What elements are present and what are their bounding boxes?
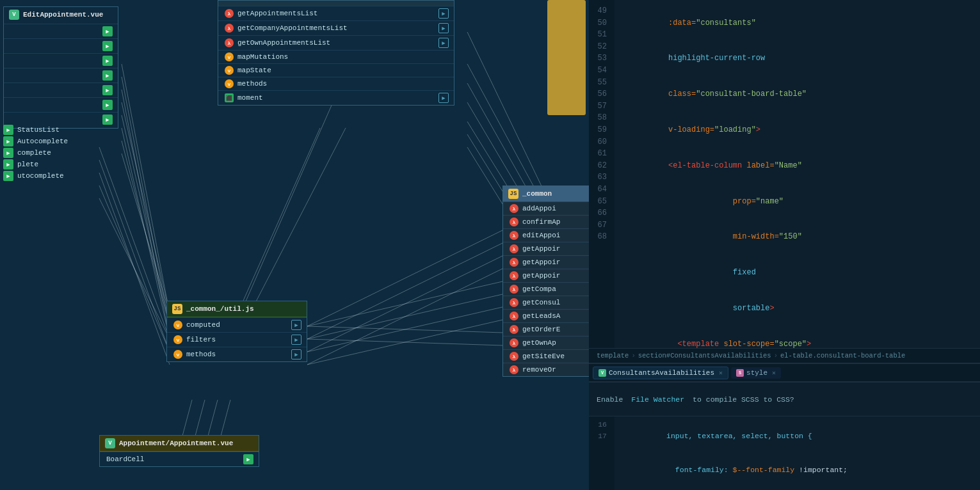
item-label: getAppointmentsList [237, 10, 317, 17]
scss-tab-icon: S [736, 369, 744, 377]
tab-style[interactable]: S style ✕ [731, 367, 781, 379]
item-label: BoardCell [106, 455, 144, 463]
ln-54: 54 [591, 65, 612, 77]
item-label: moment [237, 94, 263, 102]
red-icon: λ [225, 24, 234, 33]
connector-btn[interactable]: ▶ [243, 454, 253, 464]
red-icon: λ [510, 204, 518, 213]
connector-btn[interactable]: ▶ [102, 115, 113, 125]
ln-67: 67 [591, 219, 612, 232]
export-btn[interactable]: ▶ [438, 8, 449, 19]
ln-63: 63 [591, 171, 612, 184]
code-content[interactable]: :data="consultants" highlight-current-ro… [615, 0, 980, 348]
computed-item: v computed ▶ [167, 317, 307, 332]
code-line-58: <template slot-scope="scope"> [622, 326, 972, 348]
vue-tab-icon: V [598, 369, 606, 377]
red-icon: λ [510, 312, 518, 320]
breadcrumb-table: el-table.consultant-board-table [780, 352, 905, 360]
code-editor-main: 49 50 51 52 53 54 55 56 57 58 59 60 61 6… [589, 0, 980, 348]
ln-52: 52 [591, 41, 612, 53]
tab-consultants-availabilities[interactable]: V ConsultantsAvailabilities ✕ [593, 367, 728, 379]
svg-line-8 [99, 147, 170, 339]
node-util-js[interactable]: JS _common_/util.js v computed ▶ v filte… [166, 301, 307, 362]
get-leads: λgetLeadsA [503, 309, 589, 322]
label: getAppoir [522, 258, 560, 266]
item-label: computed [186, 321, 220, 329]
vue-icon: V [105, 438, 115, 448]
ln-57: 57 [591, 100, 612, 113]
label: removeOr [522, 366, 556, 374]
connector-btn[interactable]: ▶ [102, 41, 113, 51]
svg-line-12 [99, 198, 170, 339]
code-line-50: highlight-current-row [622, 41, 972, 77]
bottom-code-16: input, textarea, select, button { [622, 419, 847, 453]
code-line-56: fixed [622, 255, 972, 290]
export-btn[interactable]: ▶ [291, 349, 301, 360]
methods-util-item: v methods ▶ [167, 347, 307, 361]
connector-btn[interactable]: ▶ [3, 159, 13, 170]
svg-line-22 [307, 256, 502, 352]
confirm-ap: λconfirmAp [503, 215, 589, 228]
red-icon: λ [510, 217, 518, 226]
connector-btn[interactable]: ▶ [102, 100, 113, 110]
svg-line-29 [307, 339, 502, 345]
connector-btn[interactable]: ▶ [102, 85, 113, 95]
connector-btn[interactable]: ▶ [3, 136, 13, 146]
get-appoir-3: λgetAppoir [503, 269, 589, 282]
red-icon: λ [510, 325, 518, 334]
svg-line-21 [307, 243, 502, 339]
statuslist-item: ▶StatusList [3, 125, 68, 135]
get-appoir-2: λgetAppoir [503, 255, 589, 269]
svg-line-9 [99, 160, 170, 352]
connector-btn[interactable]: ▶ [102, 56, 113, 66]
node-common-right[interactable]: JS _common λaddAppoi λconfirmAp λeditApp… [502, 186, 589, 377]
get-site: λgetSiteEve [503, 349, 589, 363]
label: addAppoi [522, 205, 556, 212]
label: getAppoir [522, 272, 560, 280]
notification-link[interactable]: File Watcher [631, 395, 684, 404]
ln-65: 65 [591, 196, 612, 208]
ln-68: 68 [591, 231, 612, 243]
node-appointment[interactable]: V Appointment/Appointment.vue BoardCell … [99, 435, 259, 467]
remove-or: λremoveOr [503, 363, 589, 376]
connector-btn[interactable]: ▶ [102, 70, 113, 81]
get-company-appointments: λ getCompanyAppointmentsList ▶ [218, 20, 454, 35]
complete-item: ▶complete [3, 148, 68, 158]
ln-56: 56 [591, 88, 612, 100]
ln-66: 66 [591, 207, 612, 219]
code-line-49: :data="consultants" [622, 5, 972, 41]
filters-item: v filters ▶ [167, 332, 307, 347]
export-btn[interactable]: ▶ [291, 335, 301, 345]
connector-btn[interactable]: ▶ [3, 125, 13, 135]
file-tabs: V ConsultantsAvailabilities ✕ S style ✕ [589, 363, 980, 381]
plete-item: ▶plete [3, 159, 68, 170]
red-icon: λ [225, 9, 234, 18]
export-btn[interactable]: ▶ [291, 320, 301, 330]
svg-line-6 [122, 141, 170, 326]
yellow-icon: v [225, 52, 234, 61]
code-line-54: prop="name" [622, 184, 972, 219]
yellow-icon: v [225, 66, 234, 75]
connector-btn[interactable]: ▶ [3, 171, 13, 181]
label: getOrderE [522, 326, 560, 333]
connector-btn[interactable]: ▶ [3, 148, 13, 158]
connector-btn[interactable]: ▶ [102, 26, 113, 36]
get-compa: λgetCompa [503, 282, 589, 296]
export-btn[interactable]: ▶ [438, 38, 449, 48]
svg-line-25 [307, 294, 502, 339]
tab-close-btn[interactable]: ✕ [719, 369, 723, 377]
red-icon: λ [510, 352, 518, 361]
svg-line-36 [243, 128, 346, 326]
get-appointments-list: λ getAppointmentsList ▶ [218, 6, 454, 20]
export-btn[interactable]: ▶ [438, 23, 449, 33]
node-connector: ▶ [4, 24, 118, 38]
ln-55: 55 [591, 77, 612, 89]
node-edit-appointment[interactable]: V EditAppointment.vue ▶ ▶ ▶ ▶ ▶ ▶ [3, 6, 118, 129]
node-connector: ▶ [4, 97, 118, 112]
red-icon: λ [510, 365, 518, 374]
label: editAppoi [522, 232, 560, 239]
export-btn[interactable]: ▶ [438, 93, 449, 103]
tab-close-btn[interactable]: ✕ [772, 369, 776, 377]
node-title: Appointment/Appointment.vue [119, 439, 233, 447]
node-methods-top[interactable]: λ getAppointmentsList ▶ λ getCompanyAppo… [218, 0, 454, 106]
